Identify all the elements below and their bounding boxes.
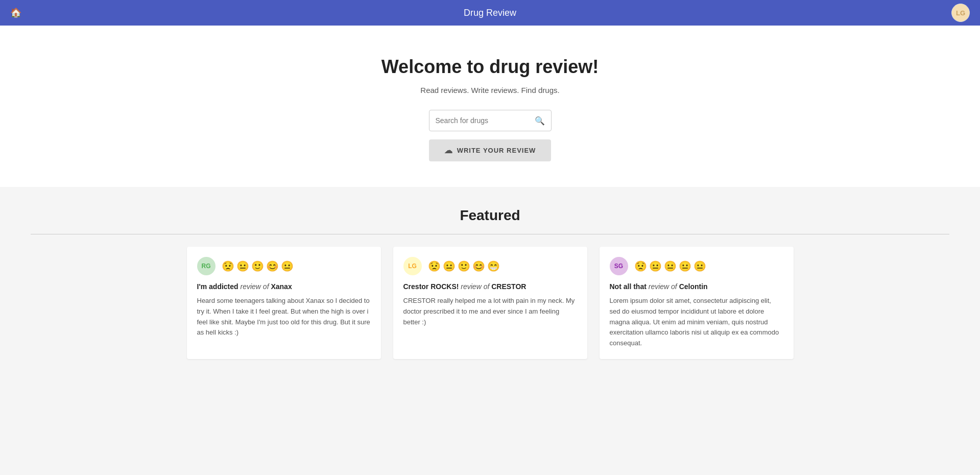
review-title: Not all that review of Celontin xyxy=(610,282,783,291)
avatar: LG xyxy=(403,257,422,275)
hero-title: Welcome to drug review! xyxy=(10,56,970,78)
featured-title: Featured xyxy=(31,207,949,224)
emoji-3: 🙂 xyxy=(251,260,264,272)
emoji-2: 😐 xyxy=(443,260,456,272)
emoji-2: 😐 xyxy=(236,260,249,272)
write-review-label: WRITE YOUR REVIEW xyxy=(457,147,536,154)
cards-container: RG 😟 😐 🙂 😊 😐 I'm addicted review of Xana… xyxy=(31,247,949,359)
emoji-1: 😟 xyxy=(222,260,234,272)
emoji-3: 🙂 xyxy=(458,260,470,272)
featured-section: Featured RG 😟 😐 🙂 😊 😐 I'm addicted revie… xyxy=(0,187,980,379)
emoji-4: 😊 xyxy=(266,260,279,272)
navbar: 🏠 Drug Review LG xyxy=(0,0,980,26)
emoji-5: 😐 xyxy=(281,260,294,272)
search-container: 🔍 xyxy=(10,110,970,131)
review-card: SG 😟 😐 😐 😐 😐 Not all that review of Celo… xyxy=(600,247,794,359)
search-icon: 🔍 xyxy=(535,116,545,126)
emoji-1: 😟 xyxy=(428,260,441,272)
user-avatar-nav[interactable]: LG xyxy=(951,4,970,22)
emoji-4: 😊 xyxy=(472,260,485,272)
card-header: SG 😟 😐 😐 😐 😐 xyxy=(610,257,783,275)
search-box[interactable]: 🔍 xyxy=(429,110,552,131)
review-body: Lorem ipsum dolor sit amet, consectetur … xyxy=(610,296,783,349)
review-card: RG 😟 😐 🙂 😊 😐 I'm addicted review of Xana… xyxy=(187,247,381,359)
card-header: LG 😟 😐 🙂 😊 😁 xyxy=(403,257,577,275)
search-input[interactable] xyxy=(436,116,532,125)
review-card: LG 😟 😐 🙂 😊 😁 Crestor ROCKS! review of CR… xyxy=(393,247,587,359)
review-body: CRESTOR really helped me a lot with pain… xyxy=(403,296,577,327)
emoji-2: 😐 xyxy=(649,260,662,272)
emoji-5: 😁 xyxy=(487,260,500,272)
home-icon[interactable]: 🏠 xyxy=(10,7,21,18)
emoji-3: 😐 xyxy=(664,260,677,272)
section-divider xyxy=(31,234,949,234)
hero-section: Welcome to drug review! Read reviews. Wr… xyxy=(0,26,980,187)
emoji-5: 😐 xyxy=(694,260,706,272)
hero-subtitle: Read reviews. Write reviews. Find drugs. xyxy=(10,86,970,94)
emoji-4: 😐 xyxy=(679,260,691,272)
rating-emojis: 😟 😐 😐 😐 😐 xyxy=(634,260,706,272)
review-title: Crestor ROCKS! review of CRESTOR xyxy=(403,282,577,291)
emoji-1: 😟 xyxy=(634,260,647,272)
avatar: RG xyxy=(197,257,216,275)
navbar-title: Drug Review xyxy=(464,8,516,18)
rating-emojis: 😟 😐 🙂 😊 😐 xyxy=(222,260,294,272)
rating-emojis: 😟 😐 🙂 😊 😁 xyxy=(428,260,500,272)
write-review-button[interactable]: ☁ WRITE YOUR REVIEW xyxy=(429,139,552,161)
review-body: Heard some teenagers talking about Xanax… xyxy=(197,296,371,338)
avatar: SG xyxy=(610,257,628,275)
review-title: I'm addicted review of Xanax xyxy=(197,282,371,291)
cloud-upload-icon: ☁ xyxy=(444,146,453,155)
card-header: RG 😟 😐 🙂 😊 😐 xyxy=(197,257,371,275)
